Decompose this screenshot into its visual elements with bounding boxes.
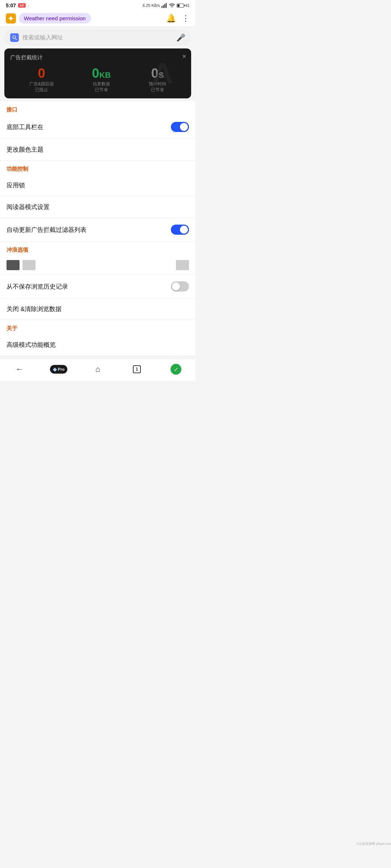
- settings-label-advanced: 高级模式功能概览: [7, 341, 56, 349]
- nav-home-button[interactable]: ⌂: [89, 363, 106, 376]
- status-dot: ·: [28, 3, 29, 8]
- settings-content: 接口 底部工具栏在 更改颜色主题 功能控制 应用锁 阅读器模式设置 自动更新广告…: [0, 101, 196, 356]
- settings-item-cleardata[interactable]: 关闭 &清除浏览数据: [0, 298, 196, 320]
- signal-icon: [161, 3, 167, 8]
- ad-stats-close-button[interactable]: ×: [182, 53, 186, 60]
- notification-right: 🔔 ⋮: [166, 14, 190, 23]
- settings-item-advanced[interactable]: 高级模式功能概览: [0, 334, 196, 356]
- nav-back-button[interactable]: ←: [11, 363, 28, 376]
- status-time: 5:07: [6, 3, 16, 8]
- svg-line-6: [15, 38, 17, 40]
- settings-label-theme: 更改颜色主题: [7, 145, 43, 154]
- status-icons: 6.25 KB/s 41: [143, 3, 190, 8]
- battery-icon: [177, 4, 184, 8]
- surf-thumb-light[interactable]: [22, 260, 35, 270]
- diamond-icon: ◆: [53, 366, 57, 372]
- settings-item-theme[interactable]: 更改颜色主题: [0, 139, 196, 161]
- wifi-icon: [169, 3, 175, 8]
- settings-item-applock[interactable]: 应用锁: [0, 175, 196, 196]
- surf-thumb-selected[interactable]: [176, 260, 189, 270]
- bell-icon[interactable]: 🔔: [166, 14, 176, 23]
- back-icon: ←: [16, 365, 24, 374]
- toggle-autoupdate[interactable]: [171, 225, 189, 235]
- status-ad-badge: AD: [18, 3, 26, 8]
- ad-stat-ads-label: 广告&跟踪器 已阻止: [29, 81, 54, 93]
- notification-left: Weather need permission: [6, 13, 91, 24]
- settings-label-cleardata: 关闭 &清除浏览数据: [7, 305, 62, 313]
- nav-pro-button[interactable]: ◆ Pro: [50, 363, 67, 376]
- notification-bar: Weather need permission 🔔 ⋮: [0, 10, 196, 27]
- home-icon: ⌂: [95, 365, 100, 374]
- battery-text: 41: [185, 3, 190, 8]
- surf-thumb-group-left: [7, 260, 35, 270]
- settings-item-history[interactable]: 从不保存浏览历史记录: [0, 275, 196, 298]
- shield-icon: ✓: [171, 364, 181, 375]
- microphone-icon[interactable]: 🎤: [176, 33, 185, 42]
- section-header-surf: 冲浪选项: [0, 242, 196, 256]
- search-bar[interactable]: 搜索或输入网址 🎤: [4, 30, 191, 46]
- ad-stat-ads-count: 0: [38, 67, 45, 80]
- settings-label-toolbar: 底部工具栏在: [7, 123, 43, 131]
- shield-check-icon: ✓: [174, 366, 178, 373]
- status-bar: 5:07 AD · 6.25 KB/s 41: [0, 0, 196, 10]
- ad-stat-time: 0s 预计时间 已节省: [149, 67, 166, 93]
- more-options-icon[interactable]: ⋮: [182, 14, 190, 23]
- nav-tab-button[interactable]: 1: [128, 363, 146, 376]
- settings-item-toolbar[interactable]: 底部工具栏在: [0, 115, 196, 139]
- pro-label: Pro: [58, 367, 64, 371]
- weather-app-icon: [6, 13, 16, 24]
- ad-stat-data-label: 估算数据 已节省: [93, 81, 110, 93]
- ad-stats-title: 广告拦截统计: [10, 54, 185, 61]
- ad-stat-ads: 0 广告&跟踪器 已阻止: [29, 67, 54, 93]
- settings-label-reader: 阅读器模式设置: [7, 203, 50, 211]
- ad-stat-data-count: 0KB: [92, 67, 111, 80]
- settings-label-history: 从不保存浏览历史记录: [7, 282, 68, 291]
- search-placeholder: 搜索或输入网址: [22, 34, 173, 42]
- surf-thumb-dark[interactable]: [7, 260, 20, 270]
- svg-point-4: [9, 17, 12, 20]
- toggle-toolbar[interactable]: [171, 122, 189, 132]
- pro-badge: ◆ Pro: [50, 365, 67, 374]
- network-speed: 6.25 KB/s: [143, 3, 160, 8]
- settings-label-autoupdate: 自动更新广告拦截过滤器列表: [7, 226, 87, 234]
- surf-theme-thumbs[interactable]: [0, 256, 196, 275]
- ad-stat-time-count: 0s: [151, 67, 164, 80]
- nav-shield-button[interactable]: ✓: [167, 363, 185, 376]
- browser-icon: [10, 33, 19, 42]
- settings-item-autoupdate[interactable]: 自动更新广告拦截过滤器列表: [0, 218, 196, 242]
- bottom-nav: ← ◆ Pro ⌂ 1 ✓: [0, 359, 196, 381]
- section-header-about: 关于: [0, 320, 196, 334]
- tab-count-badge: 1: [133, 365, 141, 373]
- settings-label-applock: 应用锁: [7, 181, 25, 190]
- section-header-interface: 接口: [0, 101, 196, 115]
- toggle-history[interactable]: [171, 281, 189, 292]
- settings-item-reader[interactable]: 阅读器模式设置: [0, 196, 196, 218]
- notification-text[interactable]: Weather need permission: [19, 13, 91, 24]
- ad-stat-data: 0KB 估算数据 已节省: [92, 67, 111, 93]
- ad-stat-time-label: 预计时间 已节省: [149, 81, 166, 93]
- ad-stats-row: 0 广告&跟踪器 已阻止 0KB 估算数据 已节省 0s 预计时间 已节省: [10, 67, 185, 93]
- ad-stats-card: 广告拦截统计 × A 0 广告&跟踪器 已阻止 0KB 估算数据 已节省 0s: [4, 48, 191, 98]
- section-header-features: 功能控制: [0, 161, 196, 175]
